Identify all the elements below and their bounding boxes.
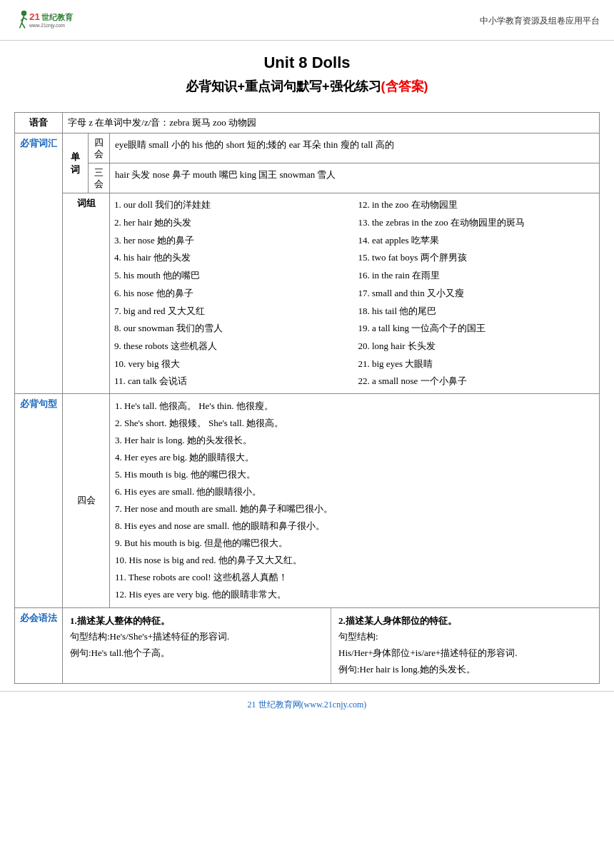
grammar-col2-example: 例句:Her hair is long.她的头发长。 bbox=[338, 662, 592, 678]
phrase-item: 11. can talk 会说话 bbox=[114, 373, 351, 390]
grammar-col1-example: 例句:He's tall.他个子高。 bbox=[70, 645, 323, 662]
grammar-col2-title: 2.描述某人身体部位的特征。 bbox=[338, 613, 592, 630]
svg-line-3 bbox=[22, 23, 26, 29]
phrase-item: 3. her nose 她的鼻子 bbox=[114, 232, 351, 250]
phrase-item: 22. a small nose 一个小鼻子 bbox=[358, 373, 595, 390]
sentences-section-label: 必背句型 bbox=[15, 393, 63, 607]
sub-title-black: 必背知识+重点词句默写+强化练习 bbox=[186, 79, 381, 94]
phrase-item: 6. his nose 他的鼻子 bbox=[114, 285, 351, 303]
svg-text:世纪教育: 世纪教育 bbox=[41, 12, 74, 21]
sentence-item: 4. Her eyes are big. 她的眼睛很大。 bbox=[115, 449, 594, 466]
word-label: 单词 bbox=[63, 133, 89, 193]
phrases-row: 词组 1. our doll 我们的洋娃娃2. her hair 她的头发3. … bbox=[15, 193, 600, 394]
sentence-item: 2. She's short. 她很矮。 She's tall. 她很高。 bbox=[115, 415, 594, 432]
svg-line-2 bbox=[20, 23, 22, 29]
grammar-content: 1.描述某人整体的特征。 句型结构:He's/She's+描述特征的形容词. 例… bbox=[63, 607, 600, 683]
logo-icon: 21 世纪教育 www.21cnjy.com bbox=[14, 6, 100, 36]
sentence-item: 9. But his mouth is big. 但是他的嘴巴很大。 bbox=[115, 535, 594, 552]
phrase-item: 9. these robots 这些机器人 bbox=[114, 338, 351, 355]
phrase-item: 17. small and thin 又小又瘦 bbox=[358, 285, 595, 303]
grammar-col2-pattern-label: 句型结构: bbox=[338, 629, 592, 645]
main-table: 语音 字母 z 在单词中发/z/音：zebra 斑马 zoo 动物园 必背词汇 … bbox=[14, 112, 600, 684]
footer-text: 21 世纪教育网(www.21cnjy.com) bbox=[248, 700, 367, 710]
title-area: Unit 8 Dolls 必背知识+重点词句默写+强化练习(含答案) bbox=[0, 41, 614, 102]
grammar-col1-title: 1.描述某人整体的特征。 bbox=[70, 613, 323, 630]
phrase-item: 21. big eyes 大眼睛 bbox=[358, 355, 595, 373]
phrases-content: 1. our doll 我们的洋娃娃2. her hair 她的头发3. her… bbox=[110, 193, 600, 394]
phrase-item: 20. long hair 长头发 bbox=[358, 338, 595, 355]
page: 21 世纪教育 www.21cnjy.com 中小学教育资源及组卷应用平台 Un… bbox=[0, 0, 614, 868]
phrases-left-col: 1. our doll 我们的洋娃娃2. her hair 她的头发3. her… bbox=[114, 196, 351, 390]
grammar-col2-pattern: His/Her+身体部位+is/are+描述特征的形容词. bbox=[338, 645, 592, 662]
sentence-item: 8. His eyes and nose are small. 他的眼睛和鼻子很… bbox=[115, 518, 594, 535]
phonics-row: 语音 字母 z 在单词中发/z/音：zebra 斑马 zoo 动物园 bbox=[15, 113, 600, 133]
svg-point-0 bbox=[21, 11, 27, 16]
sanhui-label: 三会 bbox=[89, 163, 110, 193]
phonics-content: 字母 z 在单词中发/z/音：zebra 斑马 zoo 动物园 bbox=[63, 113, 600, 133]
phrase-item: 10. very big 很大 bbox=[114, 355, 351, 373]
svg-text:www.21cnjy.com: www.21cnjy.com bbox=[29, 23, 65, 29]
sentence-item: 11. These robots are cool! 这些机器人真酷！ bbox=[115, 569, 594, 586]
sentence-item: 1. He's tall. 他很高。 He's thin. 他很瘦。 bbox=[115, 398, 594, 415]
phrase-item: 8. our snowman 我们的雪人 bbox=[114, 320, 351, 338]
phonics-label: 语音 bbox=[15, 113, 63, 133]
sentences-content: 1. He's tall. 他很高。 He's thin. 他很瘦。2. She… bbox=[110, 393, 600, 607]
phrase-item: 14. eat apples 吃苹果 bbox=[358, 232, 595, 250]
sentences-sihui-label: 四会 bbox=[63, 393, 110, 607]
footer: 21 世纪教育网(www.21cnjy.com) bbox=[0, 691, 614, 718]
phrase-item: 2. her hair 她的头发 bbox=[114, 214, 351, 232]
grammar-row: 必会语法 1.描述某人整体的特征。 句型结构:He's/She's+描述特征的形… bbox=[15, 607, 600, 683]
sentence-item: 7. Her nose and mouth are small. 她的鼻子和嘴巴… bbox=[115, 500, 594, 518]
sihui-content: eye眼睛 small 小的 his 他的 short 短的;矮的 ear 耳朵… bbox=[110, 133, 600, 163]
sub-title: 必背知识+重点词句默写+强化练习(含答案) bbox=[14, 78, 600, 95]
vocab-sanhui-row: 三会 hair 头发 nose 鼻子 mouth 嘴巴 king 国王 snow… bbox=[15, 163, 600, 193]
sentence-item: 10. His nose is big and red. 他的鼻子又大又红。 bbox=[115, 552, 594, 569]
vocab-section-label: 必背词汇 bbox=[15, 133, 63, 394]
svg-text:21: 21 bbox=[29, 11, 41, 22]
phrases-right-col: 12. in the zoo 在动物园里13. the zebras in th… bbox=[358, 196, 595, 390]
phrase-item: 1. our doll 我们的洋娃娃 bbox=[114, 196, 351, 214]
phrase-item: 13. the zebras in the zoo 在动物园里的斑马 bbox=[358, 214, 595, 232]
phrase-item: 5. his mouth 他的嘴巴 bbox=[114, 267, 351, 285]
main-title: Unit 8 Dolls bbox=[14, 54, 600, 72]
sihui-label: 四会 bbox=[89, 133, 110, 163]
phrase-item: 18. his tail 他的尾巴 bbox=[358, 303, 595, 321]
grammar-col1: 1.描述某人整体的特征。 句型结构:He's/She's+描述特征的形容词. 例… bbox=[63, 608, 331, 683]
logo-area: 21 世纪教育 www.21cnjy.com bbox=[14, 6, 100, 36]
phrases-label: 词组 bbox=[63, 193, 110, 394]
phrase-item: 16. in the rain 在雨里 bbox=[358, 267, 595, 285]
sanhui-content: hair 头发 nose 鼻子 mouth 嘴巴 king 国王 snowman… bbox=[110, 163, 600, 193]
sentence-item: 6. His eyes are small. 他的眼睛很小。 bbox=[115, 483, 594, 500]
header-right: 中小学教育资源及组卷应用平台 bbox=[480, 15, 600, 27]
grammar-section-label: 必会语法 bbox=[15, 607, 63, 683]
phrase-item: 19. a tall king 一位高个子的国王 bbox=[358, 320, 595, 338]
phrases-columns: 1. our doll 我们的洋娃娃2. her hair 她的头发3. her… bbox=[114, 196, 595, 390]
sentence-item: 5. His mouth is big. 他的嘴巴很大。 bbox=[115, 466, 594, 483]
svg-line-5 bbox=[24, 18, 28, 19]
phrase-item: 7. big and red 又大又红 bbox=[114, 303, 351, 321]
grammar-columns: 1.描述某人整体的特征。 句型结构:He's/She's+描述特征的形容词. 例… bbox=[63, 608, 599, 683]
phrase-item: 4. his hair 他的头发 bbox=[114, 249, 351, 267]
grammar-col1-pattern-label: 句型结构:He's/She's+描述特征的形容词. bbox=[70, 629, 323, 645]
sentence-item: 3. Her hair is long. 她的头发很长。 bbox=[115, 432, 594, 449]
header: 21 世纪教育 www.21cnjy.com 中小学教育资源及组卷应用平台 bbox=[0, 0, 614, 41]
phrase-item: 12. in the zoo 在动物园里 bbox=[358, 196, 595, 214]
sentence-item: 12. His eyes are very big. 他的眼睛非常大。 bbox=[115, 586, 594, 603]
grammar-col2: 2.描述某人身体部位的特征。 句型结构: His/Her+身体部位+is/are… bbox=[331, 608, 599, 683]
vocab-sihui-row: 必背词汇 单词 四会 eye眼睛 small 小的 his 他的 short 短… bbox=[15, 133, 600, 163]
sub-title-red: (含答案) bbox=[381, 79, 428, 94]
sentences-row: 必背句型 四会 1. He's tall. 他很高。 He's thin. 他很… bbox=[15, 393, 600, 607]
phrase-item: 15. two fat boys 两个胖男孩 bbox=[358, 249, 595, 267]
